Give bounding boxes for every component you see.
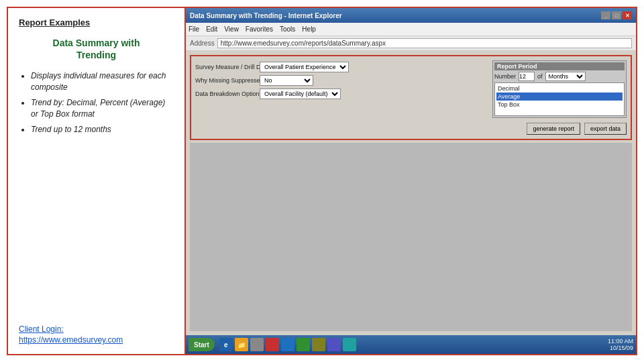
bottom-action-row: generate report export data	[195, 123, 627, 135]
list-item: Displays individual measures for each co…	[31, 70, 174, 93]
taskbar: Start e 📁 11:00 AM 10/15/09	[186, 335, 636, 354]
window-controls: _ □ ✕	[601, 11, 632, 19]
taskbar-icon-4[interactable]	[266, 338, 279, 351]
left-panel: Report Examples Data Summary with Trendi…	[8, 8, 186, 354]
minimize-button[interactable]: _	[601, 11, 610, 19]
trend-options-box: Decimal Average Top Box	[494, 82, 625, 116]
generate-report-button[interactable]: generate report	[527, 123, 580, 135]
taskbar-icon-5[interactable]	[281, 338, 294, 351]
outer-container: Report Examples Data Summary with Trendi…	[7, 7, 637, 355]
report-period-section: Report Period Number of Months Quarters …	[492, 60, 627, 118]
form-columns: Survey Measure / Drill Down Overall Pati…	[195, 60, 627, 118]
taskbar-icon-9[interactable]	[343, 338, 356, 351]
tray-time: 11:00 AM 10/15/09	[608, 338, 633, 351]
window-content: Survey Measure / Drill Down Overall Pati…	[186, 51, 636, 335]
menu-favorites[interactable]: Favorites	[246, 25, 273, 33]
why-missing-row: Why Missing Suppressed No Yes	[195, 74, 488, 87]
report-period-title: Report Period	[494, 62, 625, 70]
list-item: Trend by: Decimal, Percent (Average) or …	[31, 97, 174, 120]
close-button[interactable]: ✕	[623, 11, 632, 19]
form-area: Survey Measure / Drill Down Overall Pati…	[190, 55, 632, 140]
address-input[interactable]	[217, 38, 632, 48]
taskbar-icon-folder[interactable]: 📁	[235, 338, 248, 351]
client-login-label: Client Login:	[19, 324, 123, 334]
menu-tools[interactable]: Tools	[280, 25, 295, 33]
report-title: Report Examples	[19, 17, 174, 27]
menu-file[interactable]: File	[189, 25, 199, 33]
data-breakdown-label: Data Breakdown Option	[195, 90, 256, 97]
gray-content-area	[190, 143, 632, 331]
maximize-button[interactable]: □	[612, 11, 621, 19]
trend-option-decimal[interactable]: Decimal	[496, 84, 623, 93]
taskbar-icon-7[interactable]	[312, 338, 325, 351]
taskbar-icon-6[interactable]	[297, 338, 310, 351]
survey-measure-select[interactable]: Overall Patient Experience	[260, 62, 349, 72]
form-left-col: Survey Measure / Drill Down Overall Pati…	[195, 60, 488, 118]
survey-measure-row: Survey Measure / Drill Down Overall Pati…	[195, 60, 488, 74]
survey-measure-label: Survey Measure / Drill Down	[195, 64, 256, 70]
menu-edit[interactable]: Edit	[206, 25, 217, 33]
menu-view[interactable]: View	[224, 25, 239, 33]
period-select[interactable]: Months Quarters Years	[545, 72, 586, 81]
address-bar: Address	[186, 36, 636, 51]
taskbar-icon-8[interactable]	[327, 338, 341, 351]
number-input[interactable]	[519, 72, 535, 81]
of-label: of	[537, 73, 543, 80]
window-titlebar: Data Summary with Trending - Internet Ex…	[186, 8, 636, 23]
period-number-row: Number of Months Quarters Years	[494, 72, 625, 81]
data-breakdown-row: Data Breakdown Option Overall Facility (…	[195, 87, 488, 101]
start-button[interactable]: Start	[189, 338, 215, 351]
taskbar-icon-3[interactable]	[250, 338, 264, 351]
number-label: Number	[494, 73, 516, 80]
why-missing-select[interactable]: No Yes	[260, 75, 313, 86]
taskbar-icon-ie[interactable]: e	[219, 338, 233, 351]
trend-option-average[interactable]: Average	[496, 93, 623, 101]
export-data-button[interactable]: export data	[584, 123, 627, 135]
client-login: Client Login: https://www.emedsurvey.com	[19, 324, 123, 345]
menu-bar: File Edit View Favorites Tools Help	[186, 23, 636, 36]
bullet-list: Displays individual measures for each co…	[19, 70, 174, 139]
address-label: Address	[190, 40, 215, 47]
why-missing-label: Why Missing Suppressed	[195, 77, 256, 84]
client-login-url[interactable]: https://www.emedsurvey.com	[19, 335, 123, 345]
right-panel: Data Summary with Trending - Internet Ex…	[186, 8, 636, 354]
menu-help[interactable]: Help	[302, 25, 316, 33]
trend-option-topbox[interactable]: Top Box	[496, 101, 623, 109]
window-title: Data Summary with Trending - Internet Ex…	[190, 12, 342, 19]
data-breakdown-select[interactable]: Overall Facility (default)	[260, 88, 341, 99]
list-item: Trend up to 12 months	[31, 124, 174, 135]
section-heading: Data Summary with Trending	[19, 37, 174, 61]
taskbar-icons: e 📁	[219, 338, 356, 351]
taskbar-tray: 11:00 AM 10/15/09	[608, 338, 633, 351]
